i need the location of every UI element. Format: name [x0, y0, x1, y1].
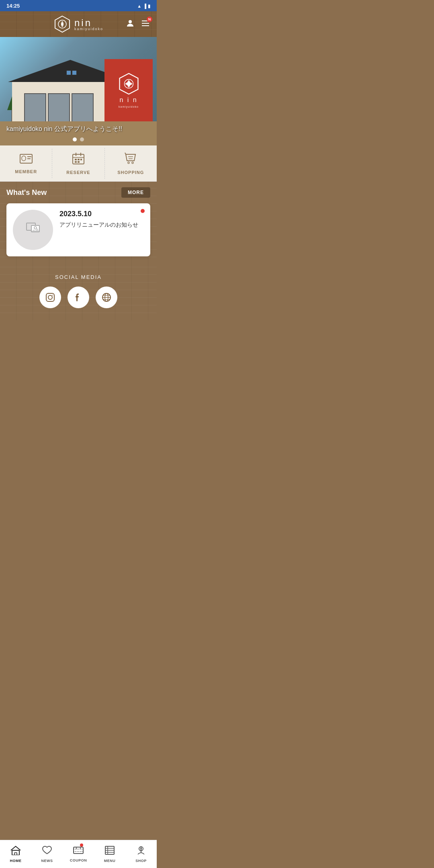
news-date: 2023.5.10 — [59, 210, 144, 218]
whats-new-title: What's New — [6, 188, 47, 197]
status-bar: 14:25 — [0, 0, 157, 11]
facebook-button[interactable] — [68, 287, 89, 308]
logo-hexagon-icon — [53, 15, 71, 33]
more-button[interactable]: MORE — [121, 187, 150, 198]
menu-icon[interactable]: N — [141, 18, 150, 30]
svg-point-3 — [129, 20, 132, 23]
reserve-icon — [72, 152, 85, 168]
news-content: 2023.5.10 アプリリニューアルのお知らせ — [59, 210, 144, 229]
member-label: MEMBER — [15, 169, 37, 174]
quick-menu: MEMBER RESERVE — [0, 145, 157, 182]
svg-rect-18 — [75, 159, 77, 160]
unread-indicator — [141, 209, 145, 213]
svg-point-24 — [132, 162, 133, 164]
svg-rect-22 — [78, 161, 80, 163]
dot-2[interactable] — [80, 137, 84, 141]
bottom-spacer — [0, 320, 157, 360]
hero-dots — [73, 137, 84, 141]
time: 14:25 — [6, 3, 20, 9]
reserve-menu-item[interactable]: RESERVE — [52, 148, 104, 179]
header-actions: N — [125, 18, 150, 30]
logo: nin kamiyuidoko — [53, 15, 103, 33]
signal-icon — [143, 3, 146, 9]
house-windows — [66, 70, 77, 75]
social-links — [6, 287, 150, 308]
banner-brand-sub: kamiyuidoko — [119, 105, 139, 108]
shopping-menu-item[interactable]: SHOPPING — [105, 148, 157, 179]
header: nin kamiyuidoko N — [0, 11, 157, 37]
svg-point-32 — [52, 295, 53, 296]
brand-sub: kamiyuidoko — [74, 27, 103, 31]
shopping-icon — [124, 152, 137, 168]
website-button[interactable] — [96, 287, 117, 308]
news-text: アプリリニューアルのお知らせ — [59, 221, 144, 229]
svg-rect-5 — [142, 23, 149, 24]
status-icons — [137, 3, 150, 9]
svg-rect-20 — [80, 159, 82, 160]
whats-new-header: What's New MORE — [0, 182, 157, 203]
shopping-label: SHOPPING — [117, 170, 144, 175]
svg-rect-6 — [142, 25, 149, 26]
banner-flower-icon — [118, 73, 140, 95]
member-menu-item[interactable]: MEMBER — [0, 149, 52, 178]
member-icon — [19, 153, 33, 167]
big-windows — [24, 93, 94, 125]
news-thumbnail — [13, 210, 53, 250]
notification-badge: N — [147, 16, 152, 22]
news-card[interactable]: 2023.5.10 アプリリニューアルのお知らせ — [6, 203, 150, 256]
svg-rect-30 — [46, 293, 54, 301]
social-section: SOCIAL MEDIA — [0, 264, 157, 320]
svg-point-2 — [61, 23, 63, 25]
svg-rect-21 — [75, 161, 77, 163]
battery-icon — [148, 3, 150, 9]
wifi-icon — [137, 3, 141, 9]
banner-brand-name: n i n — [119, 96, 137, 104]
svg-point-23 — [128, 162, 129, 164]
news-thumb-icon — [25, 221, 41, 238]
svg-point-9 — [127, 82, 130, 85]
user-icon[interactable] — [125, 18, 135, 30]
reserve-label: RESERVE — [66, 170, 90, 175]
hero-banner[interactable]: n i n kamiyuidoko kamiyuidoko nin 公式アプリへ… — [0, 37, 157, 145]
whats-new-section: What's New MORE 2023.5.10 アプリリニューアルのお知らせ — [0, 182, 157, 264]
svg-rect-19 — [78, 159, 80, 160]
dot-1[interactable] — [73, 137, 77, 141]
hero-caption: kamiyuidoko nin 公式アプリへようこそ!! — [6, 125, 122, 133]
social-title: SOCIAL MEDIA — [6, 274, 150, 280]
brand-banner: n i n kamiyuidoko — [104, 59, 153, 121]
instagram-button[interactable] — [39, 287, 61, 308]
svg-point-31 — [48, 295, 52, 299]
svg-rect-11 — [22, 156, 26, 161]
